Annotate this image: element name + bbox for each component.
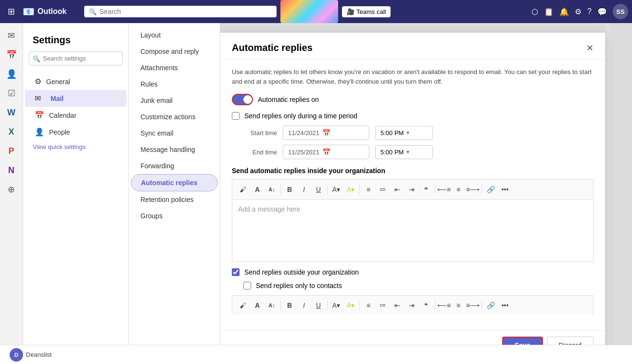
align-left-button[interactable]: ⟵≡	[437, 183, 451, 196]
bell-icon[interactable]: 🔔	[559, 7, 569, 16]
submenu-item-sync[interactable]: Sync email	[131, 125, 218, 141]
search-settings-input[interactable]	[29, 51, 123, 65]
feedback-icon[interactable]: 💬	[597, 7, 607, 16]
submenu-item-automatic-replies[interactable]: Automatic replies	[131, 174, 218, 191]
toolbar-sep-8	[359, 301, 360, 310]
submenu-item-attachments[interactable]: Attachments	[131, 60, 218, 76]
end-calendar-icon: 📅	[322, 148, 330, 156]
submenu-item-forwarding[interactable]: Forwarding	[131, 158, 218, 174]
submenu-item-rules[interactable]: Rules	[131, 76, 218, 92]
view-quick-settings-link[interactable]: View quick settings	[23, 140, 128, 153]
nav-tasks-icon[interactable]: ☑	[3, 85, 20, 102]
nav-calendar-icon[interactable]: 📅	[3, 46, 20, 63]
outside-org-checkbox[interactable]	[232, 268, 240, 276]
end-date-input[interactable]: 11/25/2021 📅	[283, 145, 369, 159]
sidebar-item-general[interactable]: ⚙ General	[25, 73, 126, 90]
contacts-only-checkbox[interactable]	[243, 282, 251, 289]
bottom-item-deanslist[interactable]: D Deanslist	[6, 346, 55, 364]
nav-onenote-icon[interactable]: N	[3, 162, 20, 179]
submenu-item-message-handling[interactable]: Message handling	[131, 141, 218, 158]
quote-button-2[interactable]: ❝	[419, 299, 433, 312]
save-button[interactable]: Save	[502, 337, 543, 345]
underline-button[interactable]: U	[312, 183, 325, 196]
end-date-value: 11/25/2021	[288, 149, 319, 156]
indent-more-button[interactable]: ⇥	[405, 183, 418, 196]
toggle-label: Automatic replies on	[258, 96, 319, 103]
font-size-button-2[interactable]: A	[251, 299, 264, 312]
start-time-input[interactable]: 5:00 PM ▾	[375, 126, 433, 140]
time-period-checkbox[interactable]	[232, 112, 240, 120]
nav-more-apps-icon[interactable]: ⊕	[3, 181, 20, 198]
font-size-small-button-2[interactable]: A↕	[265, 299, 278, 312]
toolbar-sep-2	[327, 185, 328, 194]
align-left-button-2[interactable]: ⟵≡	[437, 299, 451, 312]
nav-excel-icon[interactable]: X	[3, 123, 20, 140]
font-size-button[interactable]: A	[251, 183, 264, 196]
settings-title: Settings	[23, 31, 128, 51]
share-icon[interactable]: ⬡	[531, 7, 538, 16]
nav-powerpoint-icon[interactable]: P	[3, 142, 20, 160]
italic-button[interactable]: I	[297, 183, 311, 196]
dialog-close-button[interactable]: ✕	[586, 43, 594, 53]
user-avatar[interactable]: SS	[613, 4, 628, 19]
app-grid-icon[interactable]: ⊞	[4, 6, 19, 17]
nav-contacts-icon[interactable]: 👤	[3, 65, 20, 83]
settings-icon[interactable]: ⚙	[575, 7, 581, 16]
indent-less-button[interactable]: ⇤	[391, 183, 404, 196]
sticky-notes-icon[interactable]: 📋	[544, 7, 554, 16]
sidebar-item-label-mail-text: Mail	[51, 95, 63, 102]
font-size-small-button[interactable]: A↕	[265, 183, 278, 196]
paragraph-button-2[interactable]: ≡	[362, 299, 375, 312]
indent-more-button-2[interactable]: ⇥	[405, 299, 418, 312]
automatic-replies-toggle[interactable]	[232, 94, 253, 105]
teams-call-button[interactable]: 🎥 Teams call	[342, 6, 391, 17]
highlight-button[interactable]: A▾	[329, 183, 343, 196]
toolbar-sep-3	[359, 185, 360, 194]
font-color-button-2[interactable]: A▾	[344, 299, 357, 312]
submenu-item-groups[interactable]: Groups	[131, 208, 218, 224]
discard-button[interactable]: Discard	[547, 337, 594, 345]
format-painter-button[interactable]: 🖌	[236, 183, 250, 196]
italic-button-2[interactable]: I	[297, 299, 311, 312]
submenu-item-compose[interactable]: Compose and reply	[131, 43, 218, 60]
bold-button-2[interactable]: B	[283, 299, 296, 312]
end-time-input[interactable]: 5:00 PM ▾	[375, 145, 433, 159]
submenu-item-customize[interactable]: Customize actions	[131, 109, 218, 125]
more-options-button-2[interactable]: •••	[498, 299, 512, 312]
time-period-checkbox-row: Send replies only during a time period	[232, 112, 594, 120]
start-date-input[interactable]: 11/24/2021 📅	[283, 126, 369, 140]
highlight-button-2[interactable]: A▾	[329, 299, 343, 312]
link-button-2[interactable]: 🔗	[484, 299, 497, 312]
indent-less-button-2[interactable]: ⇤	[391, 299, 404, 312]
more-options-button-1[interactable]: •••	[498, 183, 512, 196]
underline-button-2[interactable]: U	[312, 299, 325, 312]
bold-button[interactable]: B	[283, 183, 296, 196]
inside-org-editor[interactable]: Add a message here	[232, 199, 594, 262]
submenu-item-junk[interactable]: Junk email	[131, 92, 218, 109]
quote-button[interactable]: ❝	[419, 183, 433, 196]
bullet-list-button[interactable]: ≔	[376, 183, 390, 196]
topbar-search-input[interactable]	[100, 8, 272, 15]
bullet-list-button-2[interactable]: ≔	[376, 299, 390, 312]
dialog-scrollbar[interactable]	[605, 23, 610, 345]
end-time-value: 5:00 PM	[380, 149, 404, 156]
sidebar-item-mail[interactable]: ✉ Mail	[25, 90, 126, 107]
topbar-search-bar[interactable]: 🔍	[84, 6, 277, 17]
font-color-button[interactable]: A▾	[344, 183, 357, 196]
nav-word-icon[interactable]: W	[3, 104, 20, 121]
paragraph-button[interactable]: ≡	[362, 183, 375, 196]
submenu-item-layout[interactable]: Layout	[131, 27, 218, 43]
align-center-button-2[interactable]: ≡	[452, 299, 465, 312]
format-painter-button-2[interactable]: 🖌	[236, 299, 250, 312]
link-button[interactable]: 🔗	[484, 183, 497, 196]
sidebar-item-calendar[interactable]: 📅 Calendar	[25, 107, 126, 124]
topbar-right-icons: ⬡ 📋 🔔 ⚙ ? 💬 SS	[531, 4, 628, 19]
nav-mail-icon[interactable]: ✉	[3, 27, 20, 44]
submenu-item-retention[interactable]: Retention policies	[131, 191, 218, 208]
time-period-label: Send replies only during a time period	[244, 112, 357, 120]
help-icon[interactable]: ?	[587, 7, 592, 16]
align-center-button[interactable]: ≡	[452, 183, 465, 196]
sidebar-item-people[interactable]: 👤 People	[25, 124, 126, 140]
align-right-button-2[interactable]: ≡⟶	[466, 299, 480, 312]
align-right-button[interactable]: ≡⟶	[466, 183, 480, 196]
